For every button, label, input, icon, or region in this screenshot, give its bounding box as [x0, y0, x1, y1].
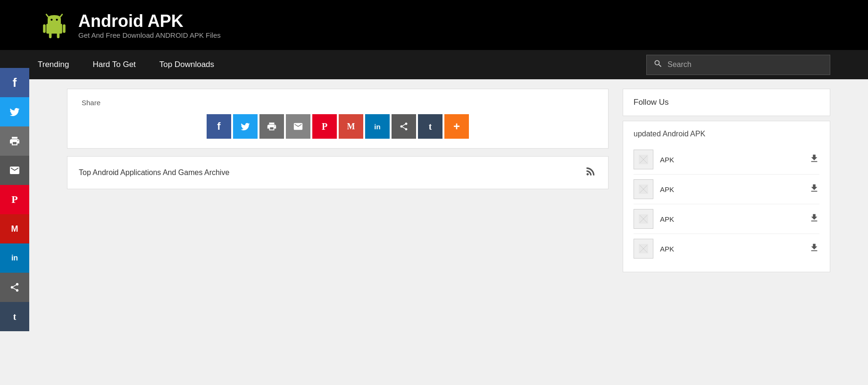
- download-icon-3[interactable]: [809, 213, 819, 226]
- search-box: [646, 55, 830, 75]
- share-buttons: f P M in t +: [82, 114, 594, 139]
- logo-container: Android APK Get And Free Download ANDROI…: [38, 8, 221, 42]
- svg-point-3: [50, 19, 52, 21]
- apk-name-3: APK: [660, 215, 802, 223]
- sidebar-pinterest-btn[interactable]: P: [0, 185, 29, 214]
- follow-us-box: Follow Us: [623, 89, 830, 116]
- download-icon-1[interactable]: [809, 153, 819, 166]
- share-linkedin-btn[interactable]: in: [365, 114, 390, 139]
- share-gmail-btn[interactable]: M: [339, 114, 363, 139]
- follow-us-title: Follow Us: [634, 98, 819, 107]
- apk-thumbnail-2: [634, 179, 653, 199]
- share-tumblr-btn[interactable]: t: [418, 114, 442, 139]
- archive-title: Top Android Applications And Games Archi…: [79, 168, 229, 177]
- android-logo-icon: [38, 8, 71, 42]
- search-icon: [653, 59, 663, 71]
- site-title: Android APK: [78, 11, 221, 31]
- download-icon-2[interactable]: [809, 183, 819, 196]
- share-box: Share f P M in t +: [67, 89, 609, 149]
- sidebar-facebook-btn[interactable]: f: [0, 68, 29, 97]
- share-print-btn[interactable]: [259, 114, 284, 139]
- download-icon-4[interactable]: [809, 243, 819, 255]
- nav-links: Trending Hard To Get Top Downloads: [38, 60, 646, 69]
- sidebar-linkedin-btn[interactable]: in: [0, 243, 29, 273]
- center-content: Share f P M in t +: [67, 89, 609, 353]
- share-more-btn[interactable]: +: [444, 114, 469, 139]
- apk-item-1: APK: [634, 145, 819, 175]
- sidebar-twitter-btn[interactable]: [0, 97, 29, 126]
- updated-apk-box: updated Android APK APK APK: [623, 121, 830, 272]
- header: Android APK Get And Free Download ANDROI…: [0, 0, 868, 50]
- share-sharethis-btn[interactable]: [392, 114, 416, 139]
- apk-thumbnail-1: [634, 150, 653, 169]
- share-email-btn[interactable]: [286, 114, 310, 139]
- social-sidebar: f P M in t: [0, 68, 29, 331]
- apk-name-2: APK: [660, 185, 802, 193]
- sidebar-email-btn[interactable]: [0, 156, 29, 185]
- svg-point-4: [56, 19, 58, 21]
- nav-trending[interactable]: Trending: [38, 60, 69, 69]
- apk-item-2: APK: [634, 175, 819, 204]
- navigation: Trending Hard To Get Top Downloads: [0, 50, 868, 79]
- sidebar-tumblr-btn[interactable]: t: [0, 302, 29, 331]
- share-twitter-btn[interactable]: [233, 114, 258, 139]
- apk-name-1: APK: [660, 156, 802, 164]
- search-input[interactable]: [668, 60, 823, 69]
- header-text: Android APK Get And Free Download ANDROI…: [78, 11, 221, 39]
- nav-top-downloads[interactable]: Top Downloads: [159, 60, 214, 69]
- sidebar-gmail-btn[interactable]: M: [0, 214, 29, 243]
- nav-hard-to-get[interactable]: Hard To Get: [92, 60, 135, 69]
- apk-thumbnail-4: [634, 239, 653, 259]
- archive-box: Top Android Applications And Games Archi…: [67, 156, 609, 189]
- site-subtitle: Get And Free Download ANDROID APK Files: [78, 31, 221, 39]
- sidebar-print-btn[interactable]: [0, 126, 29, 156]
- apk-item-3: APK: [634, 204, 819, 234]
- apk-item-4: APK: [634, 234, 819, 263]
- share-label: Share: [82, 99, 594, 107]
- apk-name-4: APK: [660, 245, 802, 253]
- share-pinterest-btn[interactable]: P: [312, 114, 337, 139]
- main-container: Share f P M in t +: [0, 79, 868, 362]
- apk-thumbnail-3: [634, 209, 653, 229]
- updated-apk-title: updated Android APK: [634, 130, 819, 138]
- right-sidebar: Follow Us updated Android APK APK APK: [623, 89, 830, 353]
- share-facebook-btn[interactable]: f: [207, 114, 231, 139]
- rss-icon[interactable]: [584, 165, 597, 180]
- sidebar-sharethis-btn[interactable]: [0, 273, 29, 302]
